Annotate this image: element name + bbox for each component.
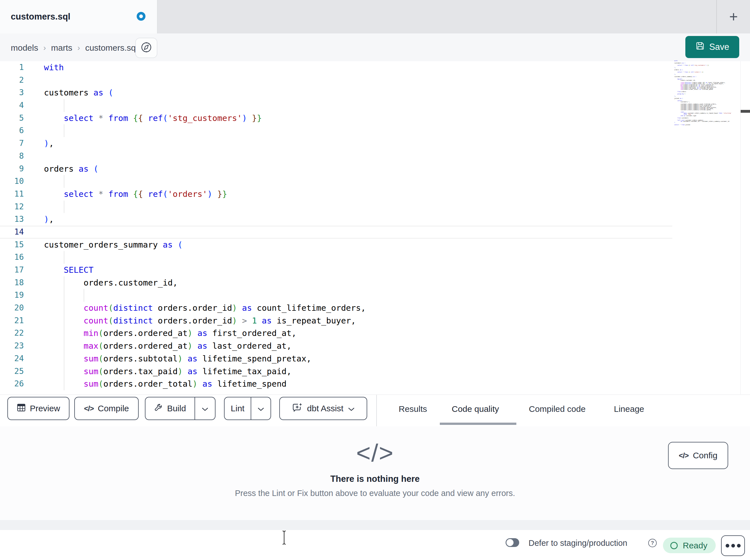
- code-line[interactable]: 14: [0, 226, 672, 238]
- code-lines: 1with23customers as (45 select * from {{…: [0, 61, 750, 390]
- code-line[interactable]: 19: [0, 289, 750, 302]
- code-brackets-icon: </>: [84, 404, 94, 413]
- dbt-assist-button-label: dbt Assist: [307, 403, 343, 413]
- save-button[interactable]: Save: [685, 36, 739, 58]
- empty-state-title: There is nothing here: [0, 474, 750, 484]
- build-dropdown-button[interactable]: [195, 397, 215, 419]
- line-number: 4: [0, 99, 24, 112]
- code-editor[interactable]: 1with23customers as (45 select * from {{…: [0, 61, 750, 394]
- ready-badge-label: Ready: [683, 541, 708, 551]
- save-button-label: Save: [709, 42, 729, 52]
- tab-results[interactable]: Results: [399, 395, 427, 423]
- ellipsis-icon: [731, 544, 735, 547]
- chevron-down-icon: [257, 403, 264, 413]
- chevron-down-icon: [202, 403, 209, 413]
- code-line[interactable]: 22 min(orders.ordered_at) as first_order…: [0, 327, 750, 340]
- lineage-compass-button[interactable]: [135, 38, 157, 58]
- code-line[interactable]: 15customer_orders_summary as (: [0, 238, 750, 251]
- code-line[interactable]: 25 sum(orders.tax_paid) as lifetime_tax_…: [0, 365, 750, 378]
- dbt-assist-button[interactable]: dbt Assist: [279, 397, 367, 420]
- code-line[interactable]: 24 sum(orders.subtotal) as lifetime_spen…: [0, 352, 750, 365]
- preview-button-label: Preview: [30, 403, 60, 413]
- tab-lineage[interactable]: Lineage: [614, 395, 644, 423]
- line-number: 26: [0, 378, 24, 390]
- build-split-button: Build: [145, 397, 216, 420]
- code-line[interactable]: 1with: [0, 61, 750, 74]
- code-line[interactable]: 18 orders.customer_id,: [0, 276, 750, 289]
- line-number: 15: [0, 238, 24, 251]
- new-tab-button[interactable]: +: [724, 6, 744, 28]
- preview-button[interactable]: Preview: [7, 397, 70, 420]
- defer-toggle[interactable]: [506, 538, 519, 547]
- code-line[interactable]: 17 SELECT: [0, 264, 750, 276]
- breadcrumb-item-marts[interactable]: marts: [51, 43, 72, 53]
- line-number: 19: [0, 289, 24, 302]
- line-number: 7: [0, 137, 24, 150]
- empty-state-subtitle: Press the Lint or Fix button above to ev…: [0, 489, 750, 498]
- tab-customers-sql[interactable]: customers.sql: [0, 0, 157, 34]
- code-quality-panel: </> There is nothing here Press the Lint…: [0, 426, 750, 520]
- toggle-knob: [507, 539, 514, 546]
- line-number: 8: [0, 150, 24, 163]
- line-number: 5: [0, 112, 24, 125]
- lint-split-button: Lint: [224, 397, 271, 420]
- code-line[interactable]: 12: [0, 201, 750, 213]
- line-number: 25: [0, 365, 24, 378]
- breadcrumb: models › marts › customers.sql: [11, 34, 138, 62]
- code-line[interactable]: 21 count(distinct orders.order_id) > 1 a…: [0, 314, 750, 327]
- code-line[interactable]: 9orders as (: [0, 163, 750, 175]
- status-bar: Defer to staging/production ? Ready: [0, 530, 750, 560]
- tab-code-quality[interactable]: Code quality: [452, 395, 499, 423]
- code-line[interactable]: 26 sum(orders.order_total) as lifetime_s…: [0, 378, 750, 390]
- code-line[interactable]: 10: [0, 175, 750, 188]
- help-icon[interactable]: ?: [648, 539, 657, 547]
- compile-button-label: Compile: [98, 403, 129, 413]
- code-line[interactable]: 13),: [0, 213, 750, 226]
- ellipsis-icon: [737, 544, 741, 547]
- code-line[interactable]: 11 select * from {{ ref('orders') }}: [0, 188, 750, 201]
- config-button[interactable]: </> Config: [668, 442, 728, 469]
- line-number: 6: [0, 124, 24, 137]
- table-grid-icon: [17, 403, 26, 414]
- panel-bottom-strip: [0, 520, 750, 530]
- ready-badge: Ready: [663, 538, 716, 553]
- mouse-cursor-ibeam: [281, 530, 287, 546]
- build-button[interactable]: Build: [145, 397, 195, 419]
- scroll-position-marker[interactable]: [741, 110, 750, 113]
- code-brackets-icon: </>: [679, 451, 689, 460]
- code-line[interactable]: 16: [0, 251, 750, 264]
- lint-dropdown-button[interactable]: [251, 397, 271, 419]
- more-options-button[interactable]: [721, 535, 745, 556]
- breadcrumb-item-file: customers.sql: [85, 43, 138, 53]
- lint-button[interactable]: Lint: [224, 397, 251, 419]
- breadcrumb-separator: ›: [43, 43, 46, 53]
- code-line[interactable]: 8: [0, 150, 750, 163]
- compile-button[interactable]: </> Compile: [74, 397, 139, 420]
- editor-minimap[interactable]: withcustomers as ( select * from {{ ref(…: [674, 60, 739, 125]
- breadcrumb-item-models[interactable]: models: [11, 43, 38, 53]
- code-line[interactable]: 20 count(distinct orders.order_id) as co…: [0, 302, 750, 314]
- tab-title: customers.sql: [11, 12, 70, 22]
- unsaved-changes-dot-icon: [137, 12, 145, 21]
- code-line[interactable]: 4: [0, 99, 750, 112]
- code-line[interactable]: 5 select * from {{ ref('stg_customers') …: [0, 112, 750, 125]
- line-number: 11: [0, 188, 24, 201]
- editor-toolbar: Preview </> Compile Build Lint: [0, 394, 750, 427]
- code-line[interactable]: 6: [0, 124, 750, 137]
- line-number: 20: [0, 302, 24, 314]
- line-number: 18: [0, 276, 24, 289]
- code-line[interactable]: 3customers as (: [0, 86, 750, 99]
- code-line[interactable]: 23 max(orders.ordered_at) as last_ordere…: [0, 340, 750, 352]
- line-number: 13: [0, 213, 24, 226]
- code-line[interactable]: 7),: [0, 137, 750, 150]
- code-line[interactable]: 2: [0, 74, 750, 87]
- lint-button-label: Lint: [231, 403, 244, 413]
- line-number: 21: [0, 314, 24, 327]
- tab-compiled-code[interactable]: Compiled code: [529, 395, 586, 423]
- editor-tab-bar: customers.sql +: [0, 0, 750, 34]
- line-number: 9: [0, 163, 24, 175]
- tab-strip-divider: [716, 0, 717, 34]
- floppy-disk-icon: [695, 41, 705, 53]
- line-number: 1: [0, 61, 24, 74]
- breadcrumb-separator: ›: [77, 43, 80, 53]
